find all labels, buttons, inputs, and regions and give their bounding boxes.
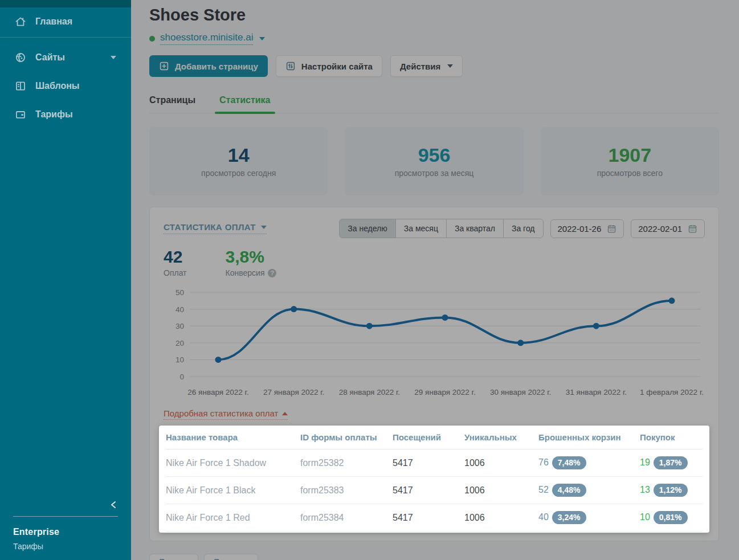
tariffs-icon [15, 109, 26, 120]
table-row: Nike Air Force 1 Shadowform2538254171006… [166, 449, 703, 477]
cell-abandoned: 524,48% [538, 477, 640, 504]
sidebar-item-templates[interactable]: Шаблоны [0, 72, 131, 100]
table-row: Nike Air Force 1 Blackform25383541710065… [166, 477, 703, 504]
plan-tariffs-link[interactable]: Тарифы [13, 542, 118, 551]
col-header-unique: Уникальных [464, 427, 538, 449]
cell-form-id: form25383 [300, 477, 393, 504]
payments-table: Название товара ID формы оплаты Посещени… [166, 427, 703, 532]
sidebar-item-label: Главная [35, 17, 72, 27]
col-header-product: Название товара [166, 427, 300, 449]
cell-unique: 1006 [464, 504, 538, 532]
cell-unique: 1006 [464, 449, 538, 477]
table-row: Nike Air Force 1 Redform2538454171006403… [166, 504, 703, 532]
cell-visits: 5417 [393, 477, 464, 504]
abandoned-pct-badge: 4,48% [552, 484, 586, 497]
col-header-purchases: Покупок [640, 427, 703, 449]
sidebar-item-home[interactable]: Главная [0, 7, 131, 38]
sidebar-item-label: Сайты [35, 52, 65, 63]
payments-table-highlight: Название товара ID формы оплаты Посещени… [159, 426, 709, 533]
cell-product-name: Nike Air Force 1 Red [166, 504, 300, 532]
cell-visits: 5417 [393, 504, 464, 532]
cell-abandoned: 403,24% [538, 504, 640, 532]
cell-visits: 5417 [393, 449, 464, 477]
sidebar-divider [13, 516, 118, 517]
home-icon [15, 16, 26, 27]
sidebar-item-tariffs[interactable]: Тарифы [0, 100, 131, 129]
cell-unique: 1006 [464, 477, 538, 504]
sidebar-item-label: Тарифы [35, 109, 73, 120]
sidebar-collapse-button[interactable] [13, 500, 118, 512]
chevron-down-icon[interactable] [111, 56, 116, 59]
purchases-pct-badge: 1,12% [654, 484, 688, 497]
abandoned-pct-badge: 7,48% [552, 456, 586, 469]
col-header-abandoned: Брошенных корзин [538, 427, 640, 449]
cell-product-name: Nike Air Force 1 Black [166, 477, 300, 504]
sidebar-item-label: Шаблоны [35, 81, 80, 91]
cell-form-id: form25384 [300, 504, 393, 532]
col-header-visits: Посещений [393, 427, 464, 449]
abandoned-pct-badge: 3,24% [552, 511, 586, 524]
sidebar-item-sites[interactable]: Сайты [0, 43, 131, 72]
chevron-left-icon [110, 501, 117, 509]
sidebar: Главная Сайты Шаблоны Тарифы Enterprise … [0, 0, 131, 560]
cell-purchases: 100,81% [640, 504, 703, 532]
purchases-pct-badge: 1,87% [654, 456, 688, 469]
cell-purchases: 191,87% [640, 449, 703, 477]
sidebar-footer: Enterprise Тарифы [0, 500, 131, 560]
main-content: Shoes Store shoesstore.minisite.ai Добав… [131, 0, 739, 560]
col-header-form-id: ID формы оплаты [300, 427, 393, 449]
cell-purchases: 131,12% [640, 477, 703, 504]
sidebar-top-strip [0, 0, 131, 7]
templates-icon [15, 80, 26, 92]
cell-product-name: Nike Air Force 1 Shadow [166, 449, 300, 477]
cell-form-id: form25382 [300, 449, 393, 477]
cell-abandoned: 767,48% [538, 449, 640, 477]
purchases-pct-badge: 0,81% [654, 511, 688, 524]
plan-name: Enterprise [13, 527, 118, 537]
globe-icon [15, 52, 26, 63]
